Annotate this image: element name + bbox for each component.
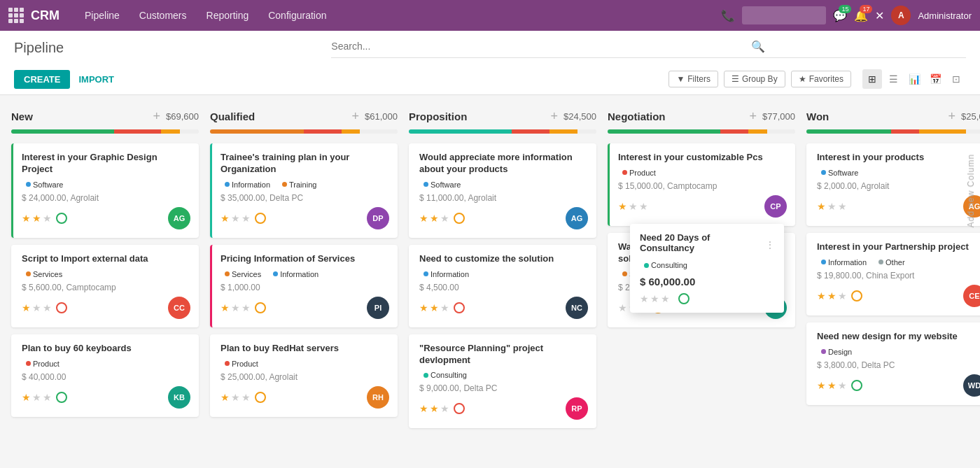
card-meta: $ 1,000.00: [220, 283, 389, 292]
menu-customers[interactable]: Customers: [131, 6, 195, 25]
col-title-qualified: Qualified: [210, 111, 349, 122]
username: Administrator: [918, 10, 972, 21]
add-column-button[interactable]: Add new Column: [962, 140, 980, 241]
toolbar-right: ▼ Filters ☰ Group By ★ Favorites ⊞ ☰ 📊 📅…: [668, 69, 966, 89]
card-tag: Information: [269, 269, 323, 279]
phone-icon[interactable]: 📞: [721, 9, 735, 22]
progress-bar-negotiation: [608, 129, 795, 134]
tag-dot: [424, 271, 428, 276]
chart-view-icon[interactable]: 📊: [904, 69, 924, 89]
filters-button[interactable]: ▼ Filters: [668, 71, 718, 87]
card-new-2[interactable]: Plan to buy 60 keyboards Product $ 40,00…: [11, 334, 199, 417]
col-add-proposition[interactable]: +: [550, 109, 558, 124]
card-footer: ★★★ WD: [817, 374, 980, 397]
card-title: Pricing Information of Services: [220, 253, 389, 265]
apps-grid-icon[interactable]: [8, 8, 24, 23]
card-new-1[interactable]: Script to Import external data Services …: [11, 245, 199, 327]
user-avatar[interactable]: A: [891, 6, 911, 25]
top-search-bar[interactable]: [742, 6, 826, 24]
menu-configuration[interactable]: Configuration: [260, 6, 335, 25]
card-footer: ★★★ CC: [22, 297, 190, 319]
card-footer: ★★★ RP: [419, 397, 588, 420]
card-avatar: DP: [367, 207, 389, 229]
card-footer: ★★★ PI: [220, 297, 389, 319]
card-tag: Services: [22, 269, 66, 279]
card-avatar: AG: [566, 207, 588, 229]
card-meta: $ 5,600.00, Camptocamp: [22, 283, 190, 292]
card-won-2[interactable]: Need new design for my website Design $ …: [806, 322, 980, 405]
list-view-icon[interactable]: ☰: [883, 69, 903, 89]
card-proposition-2[interactable]: "Resource Planning" project devlopment C…: [409, 334, 596, 429]
close-icon[interactable]: ✕: [875, 9, 884, 22]
status-dot: [255, 302, 266, 313]
card-qualified-0[interactable]: Trainee's training plan in your Organiza…: [210, 143, 398, 238]
column-qualified: Qualified + $61,000 Trainee's training p…: [210, 109, 398, 435]
chat-icon[interactable]: 💬 15: [833, 9, 847, 22]
bell-badge: 17: [860, 5, 872, 13]
card-tag: Product: [618, 168, 660, 178]
card-proposition-1[interactable]: Need to customize the solution Informati…: [409, 245, 596, 327]
col-amount-negotiation: $77,000: [762, 111, 795, 122]
bell-icon[interactable]: 🔔 17: [854, 9, 868, 22]
search-input[interactable]: [331, 38, 751, 55]
card-tag: Consulting: [419, 370, 471, 380]
col-add-negotiation[interactable]: +: [749, 109, 757, 124]
card-proposition-0[interactable]: Would appreciate more information about …: [409, 143, 596, 238]
card-title: Plan to buy 60 keyboards: [22, 343, 190, 355]
card-meta: $ 2,000.00, Agrolait: [817, 181, 980, 191]
menu-pipeline[interactable]: Pipeline: [76, 6, 128, 25]
tag-dot: [225, 361, 230, 366]
pivot-view-icon[interactable]: ⊡: [946, 69, 966, 89]
favorites-button[interactable]: ★ Favorites: [791, 71, 851, 87]
popup-tag-dot: [644, 263, 649, 268]
calendar-view-icon[interactable]: 📅: [925, 69, 945, 89]
status-dot: [454, 213, 465, 224]
popup-title: Need 20 Days of Consultancy: [640, 232, 766, 253]
menu-reporting[interactable]: Reporting: [198, 6, 258, 25]
card-meta: $ 4,500.00: [419, 283, 588, 292]
card-meta: $ 24,000.00, Agrolait: [22, 193, 190, 203]
top-right-actions: 📞 💬 15 🔔 17 ✕ A Administrator: [721, 6, 972, 25]
card-tag: Other: [874, 257, 909, 267]
card-tags: Product: [220, 359, 389, 369]
tag-dot: [424, 182, 428, 187]
group-by-button[interactable]: ☰ Group By: [724, 71, 785, 87]
import-button[interactable]: IMPORT: [78, 74, 114, 85]
card-footer: ★★★ CP: [618, 195, 787, 218]
card-avatar: WD: [963, 374, 980, 397]
popup-more-icon[interactable]: ⋮: [766, 240, 774, 250]
card-won-0[interactable]: Interest in your products Software $ 2,0…: [806, 143, 980, 226]
column-won: Won + $25,600 Interest in your products …: [806, 109, 980, 435]
col-add-qualified[interactable]: +: [351, 109, 359, 124]
card-tags: Information Other: [817, 257, 980, 267]
card-avatar: KB: [168, 386, 190, 409]
card-footer: ★★★ NC: [419, 297, 588, 319]
card-stars: ★★★: [220, 213, 251, 224]
card-won-1[interactable]: Interest in your Partnership project Inf…: [806, 233, 980, 315]
create-button[interactable]: CREATE: [14, 70, 70, 89]
card-tags: Software: [419, 180, 588, 190]
card-tags: Software: [22, 180, 190, 190]
card-tags: Product: [618, 168, 787, 178]
card-tag: Information: [419, 269, 473, 279]
tag-dot: [424, 373, 428, 378]
tag-dot: [282, 182, 287, 187]
col-add-won[interactable]: +: [948, 109, 955, 124]
card-avatar: CP: [764, 195, 787, 218]
card-tag: Software: [817, 168, 862, 178]
card-tag: Software: [22, 180, 67, 190]
card-footer: ★★★ CE: [817, 285, 980, 307]
tag-dot: [225, 271, 230, 276]
kanban-view-icon[interactable]: ⊞: [862, 69, 882, 89]
card-footer: ★★★ AG: [817, 195, 980, 218]
card-tag: Information: [220, 180, 274, 190]
status-dot: [454, 403, 465, 414]
col-add-new[interactable]: +: [153, 109, 160, 124]
card-negotiation-0[interactable]: Interest in your customizable Pcs Produc…: [608, 143, 795, 226]
card-new-0[interactable]: Interest in your Graphic Design Project …: [11, 143, 199, 238]
card-qualified-2[interactable]: Plan to buy RedHat servers Product $ 25,…: [210, 334, 398, 417]
tag-dot: [622, 271, 627, 276]
card-stars: ★★★: [22, 302, 52, 313]
card-title: Interest in your Partnership project: [817, 241, 980, 253]
card-qualified-1[interactable]: Pricing Information of Services Services…: [210, 245, 398, 327]
